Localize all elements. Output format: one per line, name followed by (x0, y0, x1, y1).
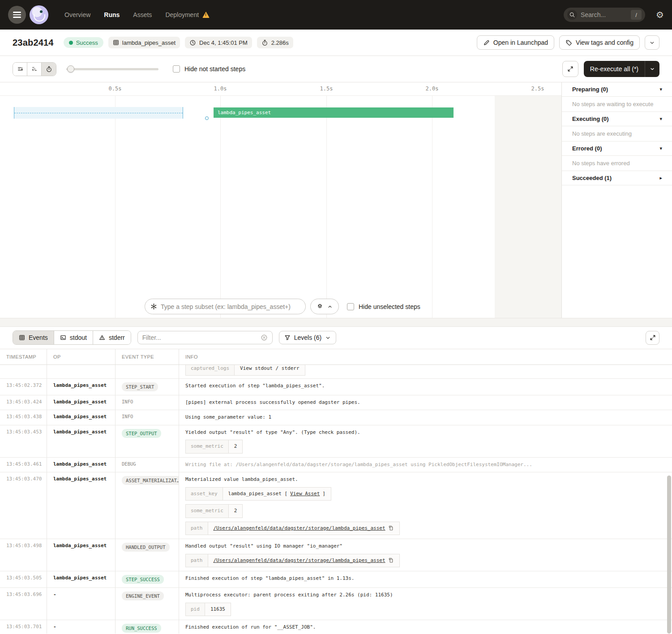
log-row[interactable]: 13:45:03.438 lambda_pipes_asset INFO Usi… (0, 410, 672, 425)
metadata-value: /Users/alangenfeld/data/dagster/storage/… (208, 554, 399, 567)
event-type-badge: ENGINE_EVENT (122, 591, 164, 600)
log-filter (137, 331, 273, 344)
zoom-slider[interactable] (66, 65, 158, 73)
metadata-entry: some_metric2 (185, 504, 243, 518)
caret-down-icon[interactable]: ▾ (659, 86, 662, 92)
log-message: Using some_parameter value: 1 (185, 414, 667, 421)
log-event-type-cell (116, 365, 179, 378)
metadata-text: ] (322, 490, 325, 498)
checkbox-icon[interactable] (347, 303, 354, 310)
log-message: Materialized value lambda_pipes_asset. (185, 476, 667, 484)
tab-stderr[interactable]: stderr (93, 331, 131, 344)
nav-item-label[interactable]: Overview (64, 11, 90, 18)
view-tags-config-button[interactable]: View tags and config (559, 35, 640, 50)
sidebar-section-preparing[interactable]: Preparing (0) ▾ (562, 82, 672, 97)
hamburger-menu-button[interactable] (8, 6, 26, 24)
run-actions-dropdown-button[interactable] (645, 35, 659, 50)
dagster-logo[interactable] (30, 5, 48, 24)
caret-down-icon[interactable]: ▾ (659, 116, 662, 122)
log-row[interactable]: captured_logsView stdout / stderr (0, 365, 672, 379)
log-event-type-cell: STEP_OUTPUT (116, 425, 179, 457)
hide-unselected-checkbox[interactable]: Hide unselected steps (347, 303, 420, 310)
run-id: 23ab2414 (13, 38, 54, 48)
section-title: Succeeded (1) (572, 175, 612, 181)
event-type-badge: STEP_OUTPUT (122, 429, 161, 438)
timed-view-button[interactable] (42, 63, 56, 76)
event-type-badge: HANDLED_OUTPUT (122, 543, 170, 552)
logs-tabs: Eventsstdoutstderr (13, 330, 131, 345)
step-status-sidebar: Preparing (0) ▾No steps are waiting to e… (561, 82, 672, 318)
gantt-step-marker-icon[interactable] (205, 116, 209, 120)
slider-handle[interactable] (67, 65, 74, 73)
nav-item-overview[interactable]: Overview (64, 11, 90, 18)
flatten-view-button[interactable] (13, 63, 27, 76)
log-row[interactable]: 13:45:02.372 lambda_pipes_asset STEP_STA… (0, 379, 672, 395)
hide-not-started-checkbox[interactable]: Hide not started steps (173, 65, 245, 73)
metadata-key: path (186, 554, 208, 567)
copy-icon[interactable] (388, 557, 394, 563)
gear-icon[interactable]: ⚙ (656, 9, 664, 20)
step-subset-input[interactable] (161, 303, 300, 310)
slider-track[interactable] (66, 68, 158, 70)
nav-item-deployment[interactable]: Deployment (165, 11, 210, 18)
log-row[interactable]: 13:45:03.505 lambda_pipes_asset STEP_SUC… (0, 571, 672, 588)
log-timestamp: 13:45:03.505 (0, 571, 47, 587)
log-timestamp: 13:45:03.461 (0, 458, 47, 472)
log-row[interactable]: 13:45:03.453 lambda_pipes_asset STEP_OUT… (0, 425, 672, 458)
reexecute-dropdown-button[interactable] (645, 66, 659, 72)
metadata-key: asset_key (186, 488, 223, 501)
logs-scrollbar[interactable] (667, 476, 671, 634)
nav-item-label[interactable]: Deployment (165, 11, 199, 18)
log-message: Finished execution of step "lambda_pipes… (185, 575, 667, 583)
job-name-pill[interactable]: lambda_pipes_asset (108, 37, 180, 48)
tab-label: stdout (70, 334, 87, 341)
metadata-link[interactable]: /Users/alangenfeld/data/dagster/storage/… (214, 557, 385, 565)
caret-right-icon[interactable]: ▸ (659, 175, 662, 181)
log-filter-input[interactable] (142, 334, 257, 341)
nav-item-label[interactable]: Assets (133, 11, 152, 18)
checkbox-icon[interactable] (173, 65, 180, 73)
graph-query-toggle-button[interactable] (310, 299, 339, 314)
log-row[interactable]: 13:45:03.424 lambda_pipes_asset INFO [pi… (0, 395, 672, 411)
chevron-down-icon (325, 335, 331, 341)
nav-item-label[interactable]: Runs (104, 11, 120, 18)
waterfall-view-button[interactable] (27, 63, 42, 76)
gantt-out-of-range-band (495, 96, 561, 318)
log-row[interactable]: 13:45:03.498 lambda_pipes_asset HANDLED_… (0, 539, 672, 571)
sidebar-section-executing[interactable]: Executing (0) ▾ (562, 112, 672, 126)
run-logs-panel: Eventsstdoutstderr Levels (6) TIMESTAMPO… (0, 327, 672, 633)
metadata-link[interactable]: View Asset (290, 490, 320, 498)
terminal-icon (60, 334, 66, 341)
caret-down-icon[interactable]: ▾ (659, 146, 662, 151)
log-row[interactable]: 13:45:03.470 lambda_pipes_asset ASSET_MA… (0, 472, 672, 539)
logs-fullscreen-button[interactable] (646, 331, 659, 345)
levels-dropdown[interactable]: Levels (6) (279, 331, 336, 344)
gantt-step-bar[interactable]: lambda_pipes_asset (214, 107, 454, 118)
nav-item-runs[interactable]: Runs (104, 11, 120, 18)
log-op: lambda_pipes_asset (47, 410, 116, 425)
global-search[interactable]: / (564, 8, 645, 22)
event-type-badge: STEP_SUCCESS (122, 575, 164, 584)
search-input[interactable] (577, 11, 631, 18)
clear-filter-icon[interactable] (261, 334, 268, 341)
log-table-header: TIMESTAMPOPEVENT TYPEINFO (0, 349, 672, 365)
log-info: Started execution of step "lambda_pipes_… (179, 379, 672, 395)
log-info: Materialized value lambda_pipes_asset.as… (179, 472, 672, 539)
copy-icon[interactable] (388, 525, 394, 531)
table-icon (19, 334, 25, 341)
tab-events[interactable]: Events (13, 331, 54, 344)
gantt-fullscreen-button[interactable] (562, 61, 578, 77)
panel-resize-handle[interactable] (0, 318, 672, 327)
metadata-link[interactable]: /Users/alangenfeld/data/dagster/storage/… (214, 525, 385, 532)
tab-stdout[interactable]: stdout (54, 331, 93, 344)
log-info: Finished execution of step "lambda_pipes… (179, 571, 672, 587)
sidebar-section-succeeded[interactable]: Succeeded (1) ▸ (562, 171, 672, 185)
open-in-launchpad-button[interactable]: Open in Launchpad (477, 35, 554, 50)
sidebar-section-errored[interactable]: Errored (0) ▾ (562, 141, 672, 156)
column-header: EVENT TYPE (116, 349, 179, 364)
expand-icon (567, 66, 574, 72)
log-message: Handled output "result" using IO manager… (185, 543, 667, 550)
log-row[interactable]: 13:45:03.461 lambda_pipes_asset DEBUG Wr… (0, 458, 672, 473)
nav-item-assets[interactable]: Assets (133, 11, 152, 18)
reexecute-all-button[interactable]: Re-execute all (*) (584, 65, 645, 73)
